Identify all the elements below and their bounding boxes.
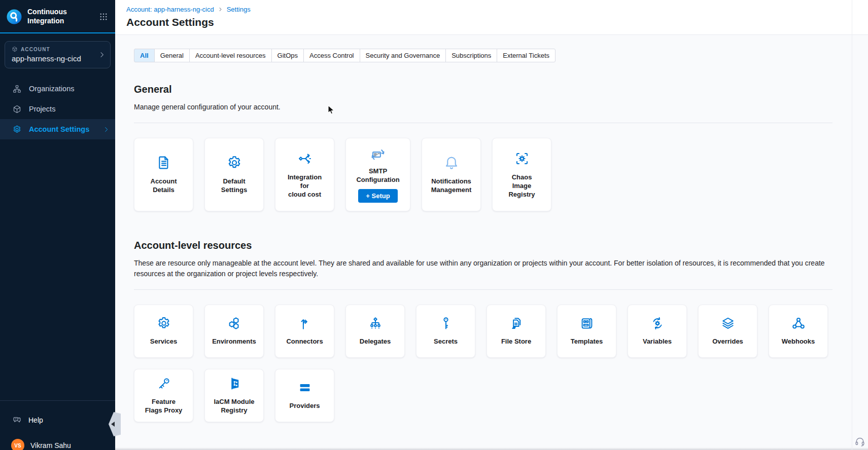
breadcrumb-account-link[interactable]: Account: app-harness-ng-cicd	[126, 6, 214, 13]
card-secrets[interactable]: Secrets	[416, 305, 475, 358]
help-button[interactable]: Help	[0, 412, 127, 428]
image-registry-icon	[514, 151, 530, 167]
card-file-store[interactable]: File Store	[487, 305, 546, 358]
resources-section-description: These are resource only manageable at th…	[134, 258, 832, 279]
sidebar-item-account-settings[interactable]: Account Settings	[0, 119, 115, 139]
main-content: Account: app-harness-ng-cicd Settings Ac…	[115, 0, 868, 450]
card-label: Feature Flags Proxy	[145, 398, 183, 415]
card-label: Connectors	[286, 338, 323, 346]
providers-icon	[297, 380, 313, 395]
gear-icon	[226, 155, 242, 171]
file-store-icon	[509, 316, 524, 331]
app-window: Continuous Integration ACCOUNT app-harne…	[0, 0, 868, 450]
hierarchy-icon	[368, 316, 383, 331]
tab-security-and-governance[interactable]: Security and Governance	[360, 49, 446, 62]
breadcrumb-settings-link[interactable]: Settings	[227, 6, 251, 13]
card-label: Secrets	[434, 338, 458, 346]
card-feature-flags-proxy[interactable]: Feature Flags Proxy	[134, 369, 193, 422]
card-chaos-image-registry[interactable]: Chaos Image Registry	[492, 138, 551, 211]
card-connectors[interactable]: Connectors	[275, 305, 334, 358]
sidebar-item-label: Account Settings	[29, 125, 89, 133]
card-notifications-management[interactable]: Notifications Management	[422, 138, 481, 211]
webhook-icon	[791, 316, 806, 331]
setup-button[interactable]: + Setup	[358, 189, 397, 203]
resources-section-title: Account-level resources	[134, 240, 868, 251]
sidebar-footer-divider	[0, 400, 115, 401]
sidebar-accent-line	[0, 32, 115, 33]
document-icon	[156, 155, 172, 171]
card-environments[interactable]: Environments	[204, 305, 264, 358]
general-section-description: Manage general configuration of your acc…	[134, 102, 832, 112]
support-headset-icon[interactable]	[854, 436, 865, 447]
tab-access-control[interactable]: Access Control	[303, 49, 360, 62]
help-label: Help	[28, 416, 43, 424]
account-scope-icon	[12, 46, 18, 52]
card-label: Templates	[571, 338, 603, 346]
card-delegates[interactable]: Delegates	[345, 305, 405, 358]
card-variables[interactable]: Variables	[628, 305, 687, 358]
card-label: Default Settings	[221, 177, 247, 195]
card-label: IaCM Module Registry	[214, 398, 254, 415]
gear-icon	[156, 316, 171, 331]
cube-icon	[12, 104, 22, 114]
card-label: Variables	[643, 338, 672, 346]
resource-cards: ServicesEnvironmentsConnectorsDelegatesS…	[134, 305, 832, 422]
card-default-settings[interactable]: Default Settings	[204, 138, 264, 211]
tab-general[interactable]: General	[154, 49, 190, 62]
layers-icon	[720, 316, 736, 331]
mail-sync-icon	[370, 146, 386, 163]
right-rail	[852, 0, 868, 450]
tab-subscriptions[interactable]: Subscriptions	[445, 49, 497, 62]
module-grid-icon[interactable]	[99, 12, 108, 21]
breadcrumb: Account: app-harness-ng-cicd Settings	[126, 6, 868, 13]
gear-icon	[12, 125, 22, 134]
key-diagonal-icon	[156, 376, 171, 391]
page-title: Account Settings	[126, 16, 868, 28]
tab-gitops[interactable]: GitOps	[271, 49, 304, 62]
card-providers[interactable]: Providers	[275, 369, 334, 422]
page-header: Account: app-harness-ng-cicd Settings Ac…	[115, 0, 868, 35]
card-label: Overrides	[712, 338, 743, 346]
help-chat-icon	[12, 416, 22, 425]
chevron-right-icon	[102, 126, 110, 133]
settings-content: AllGeneralAccount-level resourcesGitOpsA…	[115, 35, 868, 450]
sidebar-item-label: Organizations	[29, 85, 74, 93]
card-label: File Store	[501, 338, 531, 346]
chevron-right-icon	[98, 51, 106, 59]
sidebar-header: Continuous Integration	[0, 0, 115, 32]
card-templates[interactable]: Templates	[557, 305, 616, 358]
card-label: Providers	[290, 402, 320, 410]
tab-account-level-resources[interactable]: Account-level resources	[189, 49, 272, 62]
card-label: Chaos Image Registry	[508, 173, 535, 199]
card-label: Account Details	[151, 177, 177, 195]
general-cards: Account DetailsDefault SettingsIntegrati…	[134, 138, 832, 211]
card-smtp-configuration[interactable]: SMTP Configuration+ Setup	[345, 138, 410, 211]
card-integration-for-cloud-cost[interactable]: Integration for cloud cost	[275, 138, 334, 211]
card-overrides[interactable]: Overrides	[698, 305, 757, 358]
account-name: app-harness-ng-cicd	[12, 54, 97, 63]
sidebar-item-projects[interactable]: Projects	[0, 99, 115, 119]
account-selector[interactable]: ACCOUNT app-harness-ng-cicd	[5, 41, 111, 68]
branch-arrows-icon	[297, 151, 313, 167]
card-label: Delegates	[360, 338, 391, 346]
card-services[interactable]: Services	[134, 305, 193, 358]
card-label: Services	[150, 338, 178, 346]
card-webhooks[interactable]: Webhooks	[769, 305, 828, 358]
section-divider	[134, 289, 832, 290]
user-menu[interactable]: VS Vikram Sahu	[0, 439, 126, 450]
settings-tabs: AllGeneralAccount-level resourcesGitOpsA…	[134, 49, 555, 62]
templates-icon	[579, 316, 595, 331]
harness-ci-logo-icon[interactable]	[6, 9, 22, 25]
user-name: Vikram Sahu	[30, 441, 71, 449]
card-label: SMTP Configuration	[356, 167, 399, 184]
card-iacm-module-registry[interactable]: IaCM Module Registry	[204, 369, 264, 422]
tab-all[interactable]: All	[134, 49, 155, 62]
sidebar-item-organizations[interactable]: Organizations	[0, 79, 115, 99]
card-label: Notifications Management	[431, 177, 471, 195]
key-icon	[438, 316, 454, 331]
card-label: Webhooks	[782, 338, 815, 346]
card-label: Integration for cloud cost	[288, 173, 322, 199]
card-label: Environments	[212, 338, 256, 346]
tab-external-tickets[interactable]: External Tickets	[497, 49, 555, 62]
card-account-details[interactable]: Account Details	[134, 138, 193, 211]
